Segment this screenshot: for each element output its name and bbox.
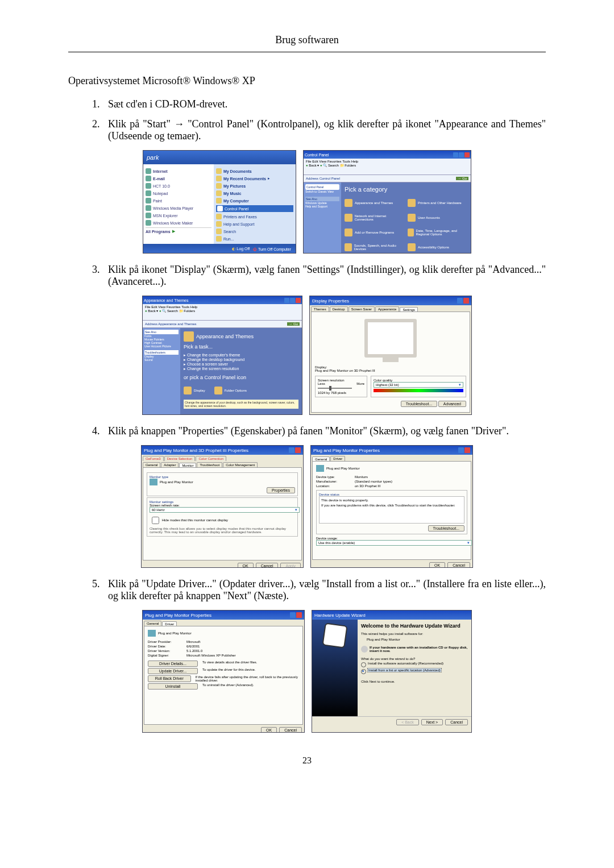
- cat-appearance[interactable]: Appearance and Themes: [345, 199, 404, 207]
- cat-accessibility[interactable]: Accessibility Options: [408, 243, 467, 251]
- ok-button[interactable]: OK: [429, 562, 445, 568]
- back-button[interactable]: < Back: [396, 719, 419, 725]
- radio-list[interactable]: Install from a list or specific location…: [361, 668, 468, 674]
- tab-troubleshoot[interactable]: Troubleshoot: [197, 462, 222, 467]
- logoff-button[interactable]: ◐ Log Off: [232, 247, 250, 251]
- task-saver[interactable]: ▸ Choose a screen saver: [184, 362, 298, 367]
- cat-sounds[interactable]: Sounds, Speech, and Audio Devices: [345, 243, 404, 251]
- tab-general[interactable]: General: [144, 621, 161, 626]
- min-icon[interactable]: [453, 152, 458, 157]
- ok-button[interactable]: OK: [238, 563, 254, 568]
- sm-mymusic[interactable]: My Music: [216, 190, 293, 196]
- cat-addremove[interactable]: Add or Remove Programs: [345, 229, 404, 236]
- network-icon: [345, 214, 352, 222]
- cancel-button[interactable]: Cancel: [447, 562, 470, 568]
- help-icon[interactable]: [289, 447, 294, 453]
- sm-controlpanel[interactable]: Control Panel: [216, 205, 293, 212]
- sm-printers[interactable]: Printers and Faxes: [216, 214, 293, 219]
- tab-colormgmt[interactable]: Color Management: [223, 462, 258, 467]
- hidemodes-checkbox[interactable]: [152, 517, 159, 524]
- sm-internet[interactable]: Internet: [146, 168, 211, 174]
- cat-network[interactable]: Network and Internet Connections: [345, 214, 404, 222]
- cat-printers[interactable]: Printers and Other Hardware: [408, 199, 467, 207]
- task-theme[interactable]: ▸ Change the computer's theme: [184, 353, 298, 358]
- search-icon[interactable]: 🔍: [323, 164, 327, 167]
- close-icon[interactable]: [296, 612, 302, 618]
- task-res[interactable]: ▸ Change the screen resolution: [184, 367, 298, 371]
- tab-colorcorr[interactable]: Color Correction: [196, 456, 226, 461]
- next-button[interactable]: Next >: [421, 719, 443, 725]
- tab-general[interactable]: General: [143, 462, 160, 467]
- tab-appearance[interactable]: Appearance: [375, 306, 399, 312]
- help-icon[interactable]: [290, 612, 296, 618]
- sm-recent[interactable]: My Recent Documents ▸: [216, 176, 293, 181]
- tab-geforce[interactable]: GeForce3: [143, 456, 164, 461]
- sm-allprograms[interactable]: All Programs ▶: [146, 227, 211, 234]
- properties-button[interactable]: Properties: [267, 487, 295, 493]
- cat-users[interactable]: User Accounts: [408, 214, 467, 222]
- sm-mypics[interactable]: My Pictures: [216, 183, 293, 189]
- side-cp[interactable]: Control Panel: [305, 184, 339, 190]
- sm-mydocs[interactable]: My Documents: [216, 168, 293, 174]
- side-help[interactable]: Help and Support: [305, 205, 339, 208]
- max-icon[interactable]: [290, 298, 295, 303]
- tab-screensaver[interactable]: Screen Saver: [349, 306, 375, 312]
- help-icon[interactable]: [458, 447, 464, 453]
- radio-auto[interactable]: Install the software automatically (Reco…: [361, 662, 468, 667]
- go-button[interactable]: → Go: [456, 177, 468, 180]
- cancel-button[interactable]: Cancel: [445, 719, 468, 725]
- troubleshoot-button[interactable]: Troubleshoot...: [401, 401, 437, 407]
- sm-search[interactable]: Search: [216, 229, 293, 234]
- back-icon[interactable]: ●: [306, 164, 308, 167]
- tab-adapter[interactable]: Adapter: [161, 462, 179, 467]
- cpicon-display[interactable]: Display: [184, 387, 205, 394]
- tab-desktop[interactable]: Desktop: [330, 306, 348, 312]
- tab-themes[interactable]: Themes: [311, 306, 329, 312]
- fwd-icon[interactable]: ●: [320, 164, 322, 167]
- cancel-button[interactable]: Cancel: [256, 563, 279, 568]
- monitor-preview: [364, 319, 417, 358]
- refresh-select[interactable]: 60 Hertz▾: [150, 507, 300, 513]
- min-icon[interactable]: [284, 298, 289, 303]
- tab-driver[interactable]: Driver: [330, 456, 345, 461]
- task-bg[interactable]: ▸ Change the desktop background: [184, 358, 298, 362]
- sm-email[interactable]: E-mail: [146, 176, 211, 181]
- resolution-slider[interactable]: [318, 388, 352, 389]
- sm-help[interactable]: Help and Support: [216, 221, 293, 227]
- window-title: Display Properties: [312, 298, 349, 304]
- sm-hct[interactable]: HCT 10.0: [146, 183, 211, 189]
- close-icon[interactable]: [463, 298, 469, 304]
- turnoff-button[interactable]: ⏻ Turn Off Computer: [253, 247, 291, 251]
- close-icon[interactable]: [464, 447, 470, 453]
- sm-paint[interactable]: Paint: [146, 198, 211, 203]
- cat-datetime[interactable]: Date, Time, Language, and Regional Optio…: [408, 229, 467, 236]
- troubleshoot-button[interactable]: Troubleshoot...: [428, 525, 464, 531]
- driver-details-button[interactable]: Driver Details...: [148, 661, 198, 667]
- folders-icon[interactable]: 📁: [340, 164, 344, 167]
- tab-devsel[interactable]: Device Selection: [164, 456, 196, 461]
- cancel-button[interactable]: Cancel: [279, 727, 302, 733]
- ok-button[interactable]: OK: [261, 727, 277, 733]
- advanced-button[interactable]: Advanced: [438, 401, 466, 407]
- rollback-button[interactable]: Roll Back Driver: [148, 675, 191, 682]
- go-button[interactable]: → Go: [287, 322, 300, 326]
- sm-mycomputer[interactable]: My Computer: [216, 198, 293, 203]
- sm-run[interactable]: Run...: [216, 236, 293, 242]
- usage-select[interactable]: Use this device (enable)▾: [316, 540, 472, 546]
- side-classic[interactable]: Switch to Classic View: [305, 190, 339, 193]
- sm-msn[interactable]: MSN Explorer: [146, 213, 211, 218]
- max-icon[interactable]: [459, 152, 464, 157]
- close-icon[interactable]: [295, 447, 301, 453]
- controlpanel-icon: [217, 206, 223, 211]
- sm-moviemaker[interactable]: Windows Movie Maker: [146, 220, 211, 226]
- update-driver-button[interactable]: Update Driver...: [148, 668, 198, 674]
- apply-button[interactable]: Apply: [280, 563, 301, 568]
- close-icon[interactable]: [296, 298, 301, 303]
- sm-notepad[interactable]: Notepad: [146, 190, 211, 196]
- color-select[interactable]: Highest (32 bit)▾: [374, 382, 463, 388]
- help-icon[interactable]: [457, 298, 463, 304]
- close-icon[interactable]: [464, 152, 470, 157]
- uninstall-button[interactable]: Uninstall: [148, 683, 198, 690]
- cpicon-folder[interactable]: Folder Options: [214, 387, 247, 394]
- sm-wmp[interactable]: Windows Media Player: [146, 205, 211, 211]
